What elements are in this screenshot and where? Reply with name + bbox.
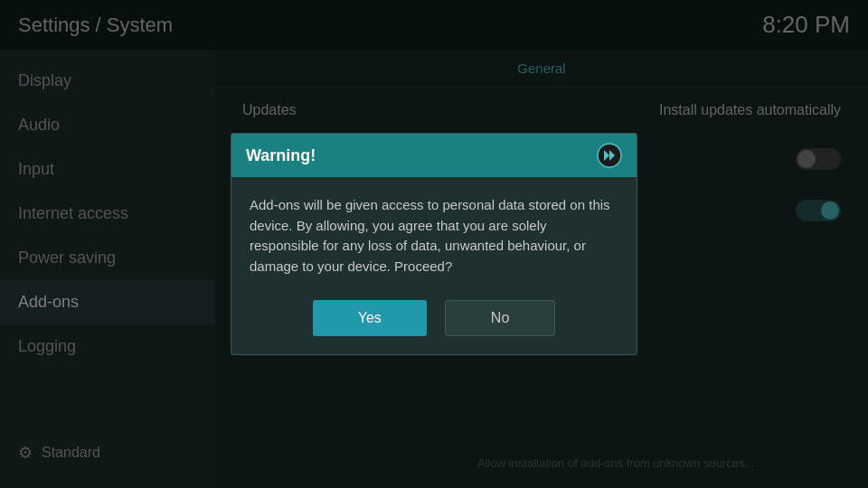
dialog-buttons: Yes No [231,286,637,354]
kodi-icon [597,143,622,168]
dialog-close-button[interactable] [597,143,622,168]
dialog-overlay: Warning! Add-ons will be given access to… [0,0,868,488]
no-button[interactable]: No [445,300,555,336]
warning-dialog: Warning! Add-ons will be given access to… [231,133,637,355]
dialog-header: Warning! [231,134,637,177]
dialog-title: Warning! [246,146,316,165]
dialog-body: Add-ons will be given access to personal… [231,177,637,286]
yes-button[interactable]: Yes [313,300,427,336]
